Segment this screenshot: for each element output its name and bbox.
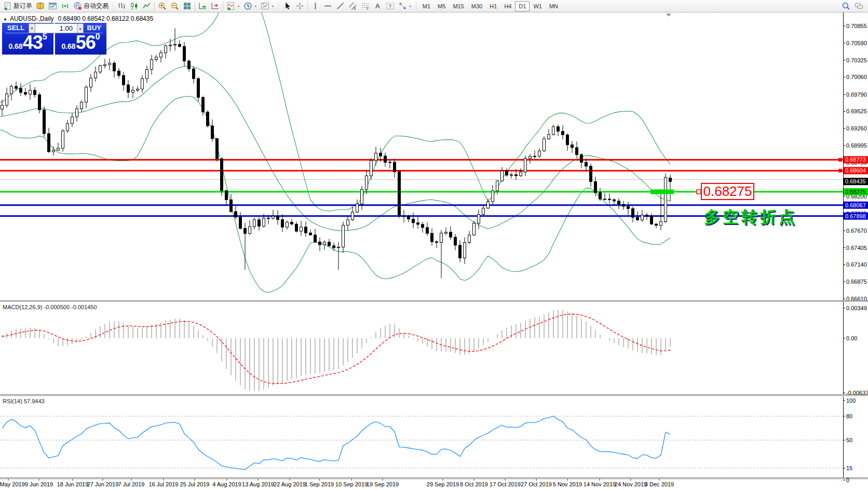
price-tick-label: 0.67670 [846,228,867,234]
timeframe-w1[interactable]: W1 [530,1,546,11]
panel-separator[interactable] [0,394,868,395]
zoom-out-icon [170,2,179,10]
candle-body [113,63,116,71]
volume-increase-button[interactable]: ▲ [77,23,84,33]
timeframe-h4[interactable]: H4 [500,1,515,11]
equidistant-channel-button[interactable]: E [347,1,359,11]
cursor-button[interactable] [281,1,293,11]
date-tick-label: 4 Aug 2019 [212,481,241,487]
text-label-button[interactable]: T [384,1,396,11]
arrows-button[interactable]: ▼ [397,1,413,11]
chart-canvas[interactable]: 0.708550.705900.703250.700600.697900.695… [0,0,868,490]
chart-shift-button[interactable] [209,1,221,11]
signals-button[interactable] [59,1,71,11]
auto-scroll-button[interactable] [197,1,209,11]
line-handle[interactable] [838,169,842,173]
timeframe-m30[interactable]: M30 [468,1,486,11]
macd-axis: 0.003490.00-0.00637 [843,302,868,396]
tile-windows-button[interactable] [181,1,193,11]
macd-tick-label: -0.00637 [846,390,868,396]
fibonacci-button[interactable]: F [359,1,371,11]
new-order-label: 新订单 [13,2,32,10]
price-axis[interactable]: 0.708550.705900.703250.700600.697900.695… [843,12,868,302]
price-callout-label[interactable]: 0.68275 [701,183,754,200]
candle-body [281,220,284,227]
history-center-button[interactable] [34,1,46,11]
candle-body [351,212,354,220]
timeframe-m15[interactable]: M15 [449,1,467,11]
candle-body [291,222,293,224]
text-button[interactable]: A [372,1,384,11]
sell-price-pip: 5 [43,32,47,41]
candle-body [622,204,625,206]
candle-body [123,75,125,85]
timeframe-d1[interactable]: D1 [515,1,530,11]
line-handle[interactable] [838,158,842,162]
candle-body [328,242,331,246]
price-tick-label: 0.70060 [846,74,867,80]
candle-body [408,217,410,219]
text-label-icon: T [386,2,395,10]
candle-body [580,155,583,163]
candle-body [618,201,620,204]
timeframe-h1[interactable]: H1 [486,1,500,11]
volume-input[interactable] [35,23,77,33]
price-tick-label: 0.67140 [846,261,867,268]
callout-anchor-handle[interactable] [697,190,701,194]
candle-body [141,78,144,89]
timeframe-m5[interactable]: M5 [434,1,449,11]
zoom-in-button[interactable] [156,1,168,11]
svg-text:T: T [389,3,392,9]
candle-body [594,181,597,192]
signals-icon [61,2,70,10]
candle-body [221,159,223,191]
horizontal-line-button[interactable] [322,1,334,11]
chart-window-icon [48,2,57,10]
candle-body [510,175,513,175]
candle-body [99,65,102,72]
candle-body [174,44,177,45]
candle-body [576,148,578,155]
candle-body [309,233,312,235]
candle-body [71,117,74,124]
panel-separator[interactable] [0,479,868,479]
panel-separator[interactable] [0,300,868,301]
collapse-arrow-icon[interactable]: ▲ [3,17,7,21]
candle-body [104,65,106,66]
panel-separator[interactable] [0,395,868,396]
indicators-button[interactable]: ▼ [225,1,241,11]
vertical-line-button[interactable] [309,1,321,11]
timeframe-mn[interactable]: MN [546,1,562,11]
toolbar-separator [154,2,155,11]
candle-body [66,124,69,131]
candle-body [548,135,550,139]
volume-decrease-button[interactable]: ▼ [29,23,35,33]
templates-button[interactable]: ▼ [259,1,276,11]
chart-shift-icon [211,2,220,10]
rsi-label: RSI(14) 57.9443 [3,398,45,404]
new-chart-button[interactable] [47,1,59,11]
panel-separator[interactable] [0,478,868,478]
crosshair-button[interactable] [294,1,306,11]
trendline-button[interactable] [334,1,346,11]
history-book-icon [36,2,45,10]
chart-shift-marker[interactable] [666,14,671,17]
search-icon[interactable] [842,2,850,10]
autotrade-button[interactable]: 自动交易 [72,1,110,11]
date-axis[interactable]: 30 May 20199 Jun 201918 Jun 201927 Jun 2… [0,479,674,487]
candle-body [660,222,662,226]
panel-separator[interactable] [0,301,868,302]
timeframe-m1[interactable]: M1 [419,1,434,11]
candle-body [94,72,97,78]
new-order-button[interactable]: 新订单 [2,1,34,11]
candle-body [389,162,391,163]
zoom-out-button[interactable] [169,1,181,11]
periods-button[interactable]: ▼ [242,1,259,11]
chat-icon[interactable] [855,2,863,10]
selected-line-handle[interactable] [650,190,674,194]
candle-body [193,69,195,78]
bar-chart-button[interactable] [116,1,128,11]
chinese-annotation[interactable]: 多空转折点 [704,206,797,228]
line-chart-button[interactable] [141,1,153,11]
candlestick-chart-button[interactable] [128,1,140,11]
